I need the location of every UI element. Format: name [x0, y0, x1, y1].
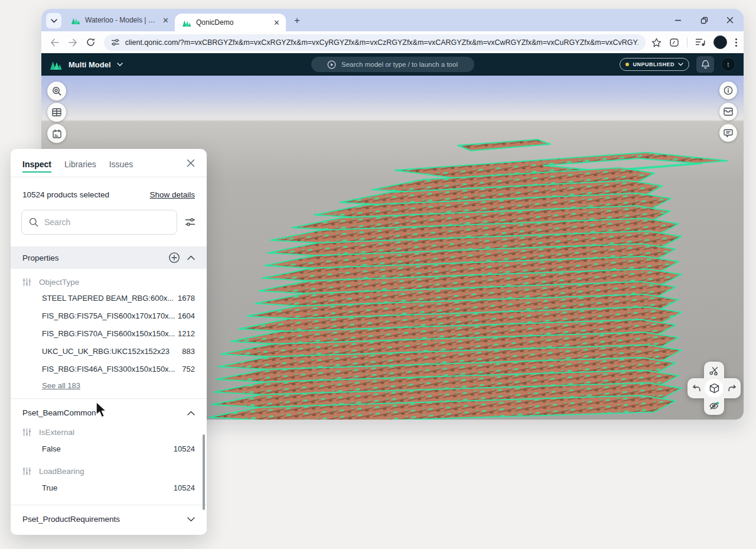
model-name: Multi Model [69, 60, 111, 69]
loadbearing-label: LoadBearing [11, 459, 207, 478]
browser-profile-avatar[interactable] [713, 35, 727, 49]
reload-button[interactable] [83, 35, 98, 50]
table-tool-button[interactable] [47, 103, 66, 122]
tab-qonicdemo[interactable]: QonicDemo ✕ [175, 14, 286, 31]
tool-search-bar[interactable]: Search model or type / to launch a tool [311, 57, 474, 72]
value-count: 10524 [174, 483, 195, 492]
back-button[interactable] [47, 35, 63, 50]
hidden-items-button[interactable] [704, 397, 724, 415]
tab-close-icon[interactable]: ✕ [273, 18, 280, 27]
redo-view-button[interactable] [723, 378, 741, 398]
browser-toolbar: client.qonic.com/?m=vxCBRGYZfx&m=vxCxRGY… [41, 31, 744, 53]
inbox-icon [724, 108, 733, 116]
group-label-text: ObjectType [39, 278, 79, 287]
minimize-button[interactable] [673, 15, 683, 25]
property-search[interactable] [21, 210, 177, 235]
panel-close-button[interactable] [187, 159, 195, 167]
value-count: 1678 [178, 294, 195, 303]
section-title: Pset_BeamCommon [22, 408, 96, 417]
comment-icon [724, 129, 733, 138]
view-controls [687, 362, 741, 415]
tab-issues[interactable]: Issues [109, 157, 133, 169]
chevron-down-icon [678, 63, 683, 66]
extensions-icon[interactable] [669, 38, 679, 47]
zoom-select-button[interactable] [47, 82, 66, 100]
properties-section-header[interactable]: Properties [11, 246, 207, 269]
table-icon [52, 108, 61, 116]
value-count: 10524 [174, 444, 195, 453]
undo-view-button[interactable] [687, 378, 705, 398]
tab-libraries[interactable]: Libraries [64, 157, 96, 169]
scissors-icon [709, 366, 719, 375]
tab-search-button[interactable] [46, 13, 61, 28]
comments-button[interactable] [719, 124, 737, 142]
info-icon [724, 86, 733, 95]
chevron-down-icon [117, 63, 123, 66]
undo-arrow-icon [692, 384, 701, 392]
tab-groups-icon[interactable] [695, 38, 706, 47]
url-text: client.qonic.com/?m=vxCBRGYZfx&m=vxCxRGY… [125, 38, 638, 47]
tab-strip: Waterloo - Models | Qonic ✕ QonicDemo ✕ … [41, 9, 744, 31]
url-bar[interactable]: client.qonic.com/?m=vxCBRGYZfx&m=vxCxRGY… [104, 34, 646, 51]
search-target-icon [52, 86, 61, 96]
home-view-button[interactable] [704, 378, 724, 398]
pset-productrequirements-header[interactable]: Pset_ProductRequirements [11, 505, 207, 533]
cube-icon [709, 383, 719, 394]
see-all-link[interactable]: See all 183 [42, 381, 80, 390]
property-value-row[interactable]: FIS_RBG:FIS70A_FIS600x150x150x... 1212 [11, 324, 207, 342]
chevron-up-icon [187, 411, 195, 415]
app-header: Multi Model Search model or type / to la… [41, 53, 744, 76]
property-value-row[interactable]: False 10524 [11, 439, 207, 459]
property-value-row[interactable]: True 10524 [11, 478, 207, 498]
property-value-row[interactable]: FIS_RBG:FIS46A_FIS300x150x150x... 752 [11, 360, 207, 378]
show-details-link[interactable]: Show details [149, 190, 195, 199]
browser-menu-icon[interactable] [735, 38, 738, 47]
tab-title: Waterloo - Models | Qonic [85, 16, 158, 24]
value-name: True [42, 483, 57, 492]
user-avatar[interactable]: t [721, 57, 735, 72]
property-value-row[interactable]: FIS_RBG:FIS75A_FIS600x170x170x... 1604 [11, 307, 207, 324]
restore-button[interactable] [699, 15, 709, 25]
objecttype-label: ObjectType [11, 269, 207, 289]
value-count: 752 [182, 365, 195, 373]
tab-waterloo[interactable]: Waterloo - Models | Qonic ✕ [64, 9, 175, 31]
panel-scrollbar[interactable] [203, 434, 205, 510]
eye-off-icon [709, 401, 719, 411]
inspect-panel: Inspect Libraries Issues 10524 products … [11, 149, 207, 535]
value-count: 1604 [178, 311, 195, 320]
forward-button[interactable] [65, 35, 80, 50]
close-window-button[interactable] [725, 15, 735, 25]
property-value-row[interactable]: STEEL TAPERED BEAM_RBG:600x... 1678 [11, 289, 207, 307]
tab-close-icon[interactable]: ✕ [162, 16, 169, 25]
sliders-icon [22, 278, 31, 287]
pset-beamcommon-header[interactable]: Pset_BeamCommon [11, 398, 207, 427]
isexternal-label: IsExternal [11, 427, 207, 439]
toolbar-separator [687, 38, 687, 47]
planning-tool-button[interactable] [47, 124, 66, 143]
model-switcher[interactable]: Multi Model [50, 60, 123, 70]
property-value-row[interactable]: UKC_UC_UK_RBG:UKC152x152x23 883 [11, 342, 207, 360]
section-cut-button[interactable] [704, 362, 724, 379]
new-tab-button[interactable]: + [289, 13, 305, 28]
bookmark-star-icon[interactable] [651, 38, 662, 47]
publish-status-button[interactable]: UNPUBLISHED [620, 58, 689, 71]
group-label-text: LoadBearing [39, 467, 84, 476]
site-settings-icon [111, 38, 120, 46]
tab-inspect[interactable]: Inspect [22, 157, 51, 173]
property-search-input[interactable] [44, 217, 170, 227]
qonic-logo [50, 60, 63, 70]
properties-title: Properties [22, 254, 161, 262]
filter-icon[interactable] [184, 217, 196, 227]
search-icon [29, 217, 38, 227]
inbox-button[interactable] [719, 103, 737, 121]
qonic-favicon [182, 19, 191, 27]
tool-search-placeholder: Search model or type / to launch a tool [341, 61, 458, 68]
chevron-up-icon[interactable] [187, 255, 195, 260]
info-button[interactable] [719, 82, 737, 99]
redo-arrow-icon [728, 384, 737, 392]
value-name: FIS_RBG:FIS75A_FIS600x170x170x... [42, 311, 175, 320]
section-title: Pset_ProductRequirements [22, 515, 120, 524]
mouse-cursor [94, 401, 109, 418]
add-property-icon[interactable] [168, 252, 180, 264]
notifications-button[interactable] [696, 56, 714, 73]
